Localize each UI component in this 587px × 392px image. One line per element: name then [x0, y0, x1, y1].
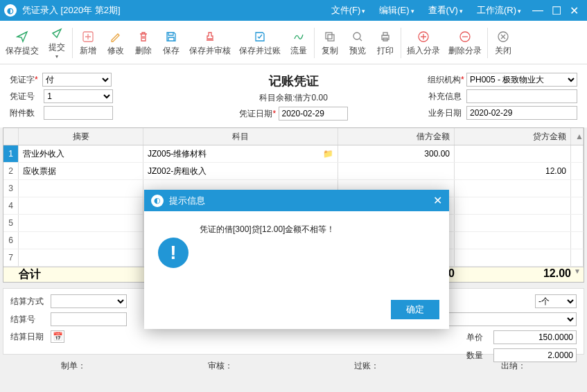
- dialog-message: 凭证的借[300]贷[12.00]金额不相等！: [200, 224, 335, 287]
- dialog-ok-button[interactable]: 确定: [391, 300, 439, 319]
- dialog-logo-icon: ◐: [151, 195, 164, 207]
- dialog-close-button[interactable]: ✕: [433, 194, 442, 207]
- dialog-title-bar: ◐ 提示信息 ✕: [144, 190, 449, 211]
- alert-dialog: ◐ 提示信息 ✕ ! 凭证的借[300]贷[12.00]金额不相等！ 确定: [144, 190, 449, 329]
- dialog-title: 提示信息: [169, 195, 433, 207]
- warning-icon: !: [158, 238, 189, 268]
